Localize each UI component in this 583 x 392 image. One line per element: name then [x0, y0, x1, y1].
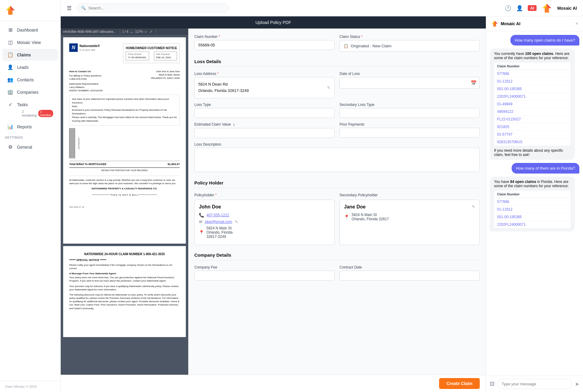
- topbar: ☰ 🔍 🕐 👤 AI Mosaic AI: [61, 0, 583, 16]
- pdf-fit-btn[interactable]: ⤢: [150, 30, 152, 34]
- date-of-loss-label: Date of Loss: [339, 72, 480, 76]
- claim-number-item[interactable]: 01-11812: [494, 78, 571, 85]
- nationwide-tagline: is on your side: [80, 48, 100, 52]
- claim-status-select[interactable]: 📋 Originated - New Claim: [339, 40, 480, 52]
- company-fee-input[interactable]: [194, 271, 335, 281]
- sidebar-item-leads[interactable]: 👤 Leads: [2, 61, 58, 73]
- loss-type-input[interactable]: [194, 108, 335, 118]
- claim-number-item[interactable]: 001-00-195385: [494, 213, 571, 221]
- sidebar-item-reports[interactable]: 📊 Reports: [2, 121, 58, 133]
- loss-address-box[interactable]: 5824 N Dean Rd Orlando, Florida 32817-32…: [194, 77, 335, 98]
- content-area: Upload Policy PDF e4c9c8be-46db-4990-a6f…: [61, 16, 583, 392]
- ai-message-2: You have 84 open claims in Florida. Here…: [490, 177, 575, 231]
- claim-number-item[interactable]: 001-00-195385: [494, 85, 571, 93]
- ai-badge[interactable]: AI: [528, 5, 537, 11]
- pdf-viewer: e4c9c8be-46db-4990-a6f7-a6bcadea4b58 | 1…: [61, 29, 188, 375]
- sidebar-item-general[interactable]: ⚙ General: [2, 141, 58, 153]
- ai-chat-input[interactable]: [497, 379, 572, 389]
- loss-type-label: Loss Type: [194, 103, 335, 107]
- claim-status-icon: 📋: [343, 44, 348, 48]
- attach-icon[interactable]: 🖼: [490, 381, 495, 387]
- claim-number-item[interactable]: 577666: [494, 70, 571, 78]
- policyholder-cards: John Doe 📞 407-555-1212 ✉ jdoe@gmail.com…: [194, 200, 480, 245]
- claim-number-item[interactable]: 01-49849: [494, 100, 571, 108]
- loss-description-textarea[interactable]: [194, 148, 480, 172]
- sidebar-item-mosaic-view[interactable]: ◫ Mosaic View: [2, 36, 58, 48]
- address-edit-icon[interactable]: ✎: [327, 85, 331, 90]
- secondary-edit-icon[interactable]: ✎: [472, 204, 475, 209]
- rep-name: Larry Williams: [69, 86, 123, 89]
- pdf-minus-btn[interactable]: —: [130, 30, 133, 34]
- company-fee-label: Company Fee: [194, 265, 335, 269]
- claim-number-item[interactable]: 01-57747: [494, 131, 571, 138]
- claim-number-item[interactable]: 921825: [494, 123, 571, 131]
- claim-number-item[interactable]: 49094122: [494, 108, 571, 116]
- send-icon[interactable]: ➤: [575, 381, 579, 387]
- prior-payments-input[interactable]: [339, 128, 480, 138]
- secondary-loss-type-input[interactable]: [339, 108, 480, 118]
- sidebar-item-dashboard[interactable]: ⊞ Dashboard: [2, 24, 58, 36]
- claim-number-item[interactable]: FL22-0115027: [494, 116, 571, 123]
- topbar-right: 🕐 👤 AI Mosaic AI: [505, 3, 577, 14]
- claims-icon: 📋: [7, 52, 13, 58]
- loss-description-field: Loss Description: [194, 142, 480, 173]
- sidebar-item-claims[interactable]: 📋 Claims: [2, 49, 58, 61]
- claim-status-field: Claim Status * 📋 Originated - New Claim: [339, 35, 480, 52]
- sidebar-item-label: Leads: [17, 65, 29, 70]
- sidebar-item-companies[interactable]: 🏢 Companies: [2, 86, 58, 98]
- claim-number-item[interactable]: 2202FL24000071: [494, 93, 571, 100]
- settings-section-label: SETTINGS: [0, 133, 60, 140]
- email-edit-icon[interactable]: ✎: [235, 219, 238, 224]
- pdf-page-container[interactable]: N Nationwide® is on your side HOMEOWNER …: [61, 35, 188, 375]
- menu-button[interactable]: ☰: [67, 5, 72, 12]
- pdf-message-body: Your policy does not cover flood loss. Y…: [69, 276, 180, 282]
- contract-date-input[interactable]: [339, 271, 480, 281]
- estimated-claim-value-input[interactable]: [194, 128, 335, 138]
- claim-number-item[interactable]: 577666: [494, 198, 571, 206]
- date-of-loss-input[interactable]: [339, 77, 480, 89]
- claim-number-item[interactable]: 01-11812: [494, 206, 571, 213]
- loss-description-label: Loss Description: [194, 142, 480, 147]
- contract-date-field: Contract Date: [339, 265, 480, 281]
- history-icon[interactable]: 🕐: [505, 5, 511, 12]
- overdue-badge: 2 overdue: [38, 110, 53, 117]
- pdf-premium-text: Your premium may be reduced, if you have…: [69, 285, 180, 291]
- secondary-loss-type-label: Secondary Loss Type: [339, 103, 480, 107]
- user-icon[interactable]: 👤: [516, 5, 523, 12]
- pdf-address2: ORLANDO FL 32817-3249: [126, 76, 180, 80]
- pdf-not-bill: ***************THIS IS NOT A BILL*******…: [69, 193, 180, 197]
- ai-chat-input-area: 🖼 ➤: [486, 376, 583, 392]
- user-message-2: How many of them are in Florida?: [512, 163, 579, 174]
- prior-payments-label: Prior Payments: [339, 122, 480, 127]
- create-claim-button[interactable]: Create Claim: [439, 378, 480, 389]
- search-input[interactable]: [88, 6, 224, 10]
- claim-number-item[interactable]: 9283135709US: [494, 138, 571, 146]
- primary-email[interactable]: jdoe@gmail.com: [205, 220, 232, 224]
- billing-line: For Billing or Policy questions:: [69, 74, 123, 77]
- phone-icon: 📞: [199, 213, 204, 218]
- claim-number-input[interactable]: [194, 40, 335, 50]
- loss-address-label: Loss Address *: [194, 72, 335, 76]
- policy-number: 77 09 HR387831: [128, 56, 146, 59]
- sidebar-item-tasks[interactable]: ✓ Tasks 2 remaining 2 overdue: [2, 99, 58, 120]
- app-logo-icon: [5, 5, 16, 16]
- claim-number-list-2: Claim Number 577666 01-11812 001-00-1953…: [494, 191, 571, 228]
- pdf-page2-title: NATIONWIDE 24-HOUR CLAIM NUMBER 1-800-42…: [69, 252, 180, 256]
- general-icon: ⚙: [7, 144, 13, 150]
- primary-phone[interactable]: 407-555-1212: [206, 213, 229, 217]
- pdf-tools-btn[interactable]: ⋮: [154, 30, 158, 34]
- pdf-filename: e4c9c8be-46db-4990-a6f7-a6bcadea4b58: [63, 30, 118, 33]
- user-message-1: How many open claims do I have?: [510, 35, 579, 46]
- ai-chat-close-button[interactable]: ×: [575, 21, 578, 26]
- claim-number-item[interactable]: 2202FL24000071: [494, 221, 571, 228]
- sidebar-item-contacts[interactable]: 👥 Contacts: [2, 74, 58, 86]
- sidebar-item-label: Tasks: [17, 102, 28, 107]
- pdf-plus-btn[interactable]: +: [145, 30, 147, 34]
- mosaic-ai-label[interactable]: Mosaic AI: [557, 6, 577, 11]
- claim-number-header-2: Claim Number: [494, 191, 571, 198]
- sidebar-item-label: Mosaic View: [17, 40, 41, 45]
- secondary-location-icon: 📍: [344, 215, 349, 219]
- dashboard-icon: ⊞: [7, 27, 13, 33]
- loss-address-line2: Orlando, Florida 32817-3249: [198, 88, 249, 94]
- estimated-claim-value-label: Estimated Claim Value ℹ: [194, 122, 335, 127]
